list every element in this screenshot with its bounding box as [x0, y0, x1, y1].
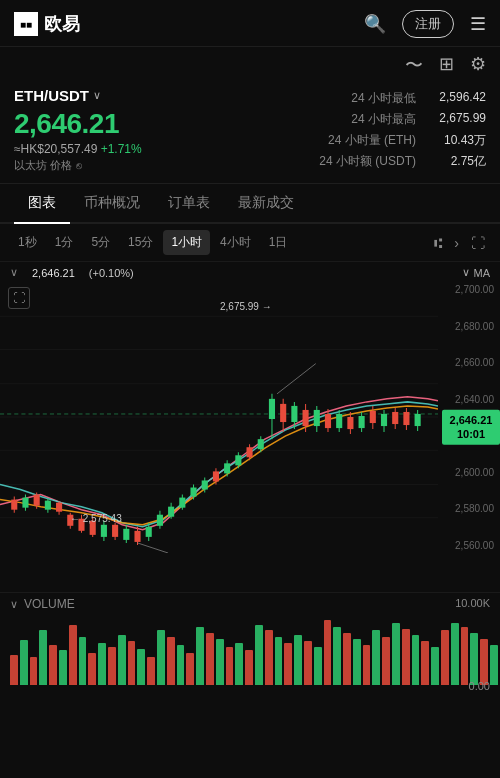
logo: ■■ 欧易	[14, 12, 80, 36]
tab-orderbook[interactable]: 订单表	[154, 184, 224, 222]
volume-label: VOLUME	[24, 597, 75, 611]
volume-bar	[128, 641, 136, 685]
grid-icon[interactable]: ⊞	[439, 53, 454, 77]
volume-bar	[294, 635, 302, 685]
volume-bar	[186, 653, 194, 685]
settings-icon[interactable]: ⚙	[470, 53, 486, 77]
volume-bar	[343, 633, 351, 685]
volume-bar	[167, 637, 175, 685]
sub-header: 〜 ⊞ ⚙	[0, 47, 500, 83]
external-link-icon[interactable]: ⎋	[76, 160, 82, 171]
svg-rect-53	[258, 439, 264, 449]
stat-low-label: 24 小时最低	[351, 90, 416, 107]
svg-rect-41	[190, 488, 196, 497]
volume-bar	[363, 645, 371, 685]
stat-vol-eth-label: 24 小时量 (ETH)	[328, 132, 416, 149]
tabs-bar: 图表 币种概况 订单表 最新成交	[0, 184, 500, 224]
tf-1h[interactable]: 1小时	[163, 230, 210, 255]
tf-1d[interactable]: 1日	[261, 230, 296, 255]
high-annotation: 2,675.99 →	[220, 301, 272, 312]
svg-rect-17	[56, 503, 62, 512]
volume-bar	[98, 643, 106, 685]
volume-bar	[470, 633, 478, 685]
svg-rect-75	[381, 414, 387, 426]
logo-icon: ■■	[14, 12, 38, 36]
svg-rect-67	[336, 414, 342, 428]
fullscreen-icon[interactable]: ⛶	[466, 231, 490, 255]
logo-text: 欧易	[44, 12, 80, 36]
more-icon[interactable]: ›	[449, 231, 464, 255]
volume-bar	[88, 653, 96, 685]
volume-header: ∨ VOLUME	[0, 593, 500, 615]
chart-ma-toggle[interactable]: ∨ MA	[462, 266, 491, 279]
y-label-1: 2,700.00	[438, 285, 494, 295]
menu-icon[interactable]: ☰	[470, 13, 486, 35]
tf-5m[interactable]: 5分	[83, 230, 118, 255]
svg-rect-43	[202, 480, 208, 489]
pair-dropdown-icon[interactable]: ∨	[93, 89, 101, 102]
search-icon[interactable]: 🔍	[364, 13, 386, 35]
svg-rect-39	[179, 498, 185, 508]
price-left: ETH/USDT ∨ 2,646.21 ≈HK$20,557.49 +1.71%…	[14, 87, 142, 173]
stat-vol-eth-value: 10.43万	[426, 132, 486, 149]
volume-bar	[147, 657, 155, 685]
tf-1m[interactable]: 1分	[47, 230, 82, 255]
volume-bar	[108, 647, 116, 685]
volume-bar	[421, 641, 429, 685]
svg-rect-73	[370, 411, 376, 423]
stat-row: 24 小时最高 2,675.99	[351, 111, 486, 128]
volume-bar	[480, 639, 488, 685]
pair-name: ETH/USDT	[14, 87, 89, 104]
volume-bar	[441, 630, 449, 685]
tab-overview[interactable]: 币种概况	[70, 184, 154, 222]
volume-bar	[226, 647, 234, 685]
register-button[interactable]: 注册	[402, 10, 454, 38]
stat-row: 24 小时额 (USDT) 2.75亿	[319, 153, 486, 170]
volume-top-value: 10.00K	[455, 597, 490, 609]
stats-panel: 24 小时最低 2,596.42 24 小时最高 2,675.99 24 小时量…	[319, 87, 486, 173]
svg-rect-25	[101, 525, 107, 537]
volume-bar	[235, 643, 243, 685]
price-section: ETH/USDT ∨ 2,646.21 ≈HK$20,557.49 +1.71%…	[0, 83, 500, 184]
volume-section: ∨ VOLUME 10.00K 0.00	[0, 592, 500, 702]
y-label-3: 2,660.00	[438, 358, 494, 368]
tf-4h[interactable]: 4小时	[212, 230, 259, 255]
svg-rect-37	[168, 507, 174, 517]
pulse-icon[interactable]: 〜	[405, 53, 423, 77]
volume-bar	[333, 627, 341, 685]
volume-bar	[79, 637, 87, 685]
tf-1s[interactable]: 1秒	[10, 230, 45, 255]
volume-bar	[324, 620, 332, 685]
volume-bar	[118, 635, 126, 685]
volume-bar	[451, 623, 459, 685]
svg-rect-71	[359, 416, 365, 428]
low-annotation: ← 2,575.43	[70, 513, 122, 524]
tab-trades[interactable]: 最新成交	[224, 184, 308, 222]
tab-chart[interactable]: 图表	[14, 184, 70, 222]
svg-rect-13	[34, 495, 40, 506]
svg-rect-61	[303, 410, 309, 426]
chart-current-price: 2,646.21	[32, 267, 75, 279]
volume-bar	[206, 633, 214, 685]
chain-label: 以太坊 价格 ⎋	[14, 158, 142, 173]
hk-price: ≈HK$20,557.49 +1.71%	[14, 142, 142, 156]
main-price: 2,646.21	[14, 108, 142, 140]
volume-bar	[372, 630, 380, 685]
indicator-icon[interactable]: ⑆	[429, 231, 447, 255]
volume-bar	[490, 645, 498, 685]
stat-vol-usdt-label: 24 小时额 (USDT)	[319, 153, 416, 170]
svg-rect-29	[123, 529, 129, 540]
svg-rect-69	[347, 417, 353, 429]
volume-bar	[177, 645, 185, 685]
ma-chevron: ∨	[462, 266, 470, 279]
volume-bar	[10, 655, 18, 685]
app-header: ■■ 欧易 🔍 注册 ☰	[0, 0, 500, 47]
svg-line-82	[277, 364, 316, 394]
tf-15m[interactable]: 15分	[120, 230, 161, 255]
chart-expand-button[interactable]: ⛶	[8, 287, 30, 309]
svg-rect-27	[112, 525, 118, 537]
svg-rect-11	[22, 498, 28, 508]
volume-bar	[392, 623, 400, 685]
price-change: +1.71%	[101, 142, 142, 156]
volume-bar	[265, 630, 273, 685]
